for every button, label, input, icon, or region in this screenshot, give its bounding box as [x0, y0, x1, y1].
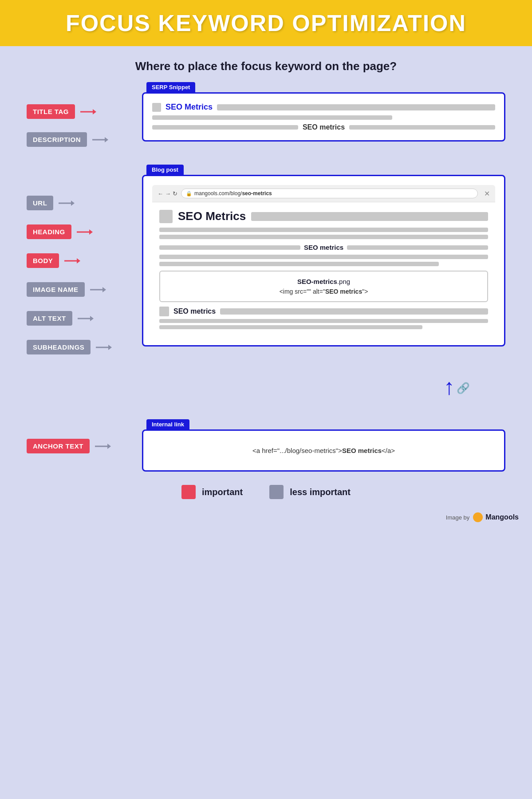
svg-marker-1 [93, 109, 96, 114]
serp-panel-box: SEO Metrics SEO metrics [142, 92, 505, 142]
back-icon[interactable]: ← [158, 190, 163, 197]
svg-marker-3 [105, 137, 108, 142]
description-arrow [92, 135, 108, 144]
footer-image-by: Image by [446, 514, 469, 521]
serp-desc-bar-left [152, 125, 298, 130]
internal-panel-wrapper: Internal link <a href=".../blog/seo-metr… [142, 419, 505, 472]
serp-favicon-icon [152, 103, 161, 112]
anchor-suffix: </a> [382, 447, 395, 454]
heading-arrow [77, 228, 93, 236]
sub-line-2 [159, 325, 422, 329]
body-bar-2 [159, 235, 488, 239]
anchor-text-row: ANCHOR TEXT [27, 439, 133, 453]
browser-url-bar[interactable]: 🔒 mangools.com/blog/seo-metrics [181, 189, 478, 198]
image-name-bold: SEO-metrics [297, 278, 337, 285]
svg-marker-15 [108, 345, 112, 350]
blog-heading-icon [159, 210, 173, 223]
blog-heading-text: SEO Metrics [178, 209, 246, 223]
url-arrow [59, 199, 75, 208]
browser-nav-buttons: ← → ↻ [158, 190, 177, 197]
mangools-brand-name: Mangools [485, 513, 519, 521]
image-name-text: SEO-metrics.png [169, 278, 478, 285]
legend-less-important: less important [269, 485, 351, 499]
svg-marker-5 [71, 201, 75, 206]
blog-content: SEO Metrics SEO metrics [152, 202, 495, 336]
serp-title-row: SEO Metrics [152, 102, 495, 112]
title-tag-arrow [80, 107, 96, 116]
subheadings-arrow [96, 343, 112, 352]
body-bars-2 [159, 255, 488, 266]
serp-panel-col: SERP Snippet SEO Metrics SEO metrics [142, 82, 505, 142]
blog-section: URL HEADING BODY [27, 165, 505, 354]
anchor-text-arrow [95, 442, 111, 451]
url-badge: URL [27, 196, 53, 210]
heading-row: HEADING [27, 224, 133, 239]
anchor-code-box: <a href=".../blog/seo-metrics">SEO metri… [152, 440, 495, 461]
url-prefix: mangools.com/blog/ [194, 190, 242, 197]
legend-gray-box [269, 485, 284, 499]
svg-marker-17 [107, 444, 111, 449]
internal-link-section: ANCHOR TEXT Internal link <a href=".../b… [27, 419, 505, 472]
serp-section: TITLE TAG DESCRIPTION SERP Snippet [27, 82, 505, 147]
internal-tab: Internal link [146, 419, 189, 429]
image-name-row: IMAGE NAME [27, 282, 133, 297]
link-indicator: ↑ 🔗 [27, 376, 505, 398]
anchor-bold-text: SEO metrics [342, 447, 382, 454]
serp-panel-wrapper: SERP Snippet SEO Metrics SEO metrics [142, 82, 505, 142]
alt-text-arrow [78, 314, 94, 323]
anchor-text-badge: ANCHOR TEXT [27, 439, 90, 453]
serp-title-bar [217, 104, 495, 110]
anchor-code-prefix: <a href=".../blog/seo-metrics"> [252, 447, 342, 454]
title-tag-badge: TITLE TAG [27, 104, 75, 119]
body-bar-3 [159, 255, 488, 259]
subheading-bar [220, 308, 488, 315]
subheadings-row: SUBHEADINGS [27, 340, 133, 354]
internal-labels: ANCHOR TEXT [27, 419, 133, 453]
up-arrow-link: ↑ 🔗 [444, 376, 470, 398]
blog-tab: Blog post [146, 165, 184, 175]
serp-title-text: SEO Metrics [166, 102, 213, 112]
alt-text-badge: ALT TEXT [27, 311, 72, 326]
refresh-icon[interactable]: ↻ [173, 190, 177, 197]
subheading-text: SEO metrics [173, 307, 216, 315]
serp-desc-row: SEO metrics [152, 123, 495, 131]
title-tag-row: TITLE TAG [27, 104, 133, 119]
blog-labels: URL HEADING BODY [27, 165, 133, 354]
subheading-icon [159, 307, 169, 316]
chain-link-icon: 🔗 [457, 382, 470, 394]
serp-desc-bar-right [349, 125, 495, 130]
description-badge: DESCRIPTION [27, 132, 87, 147]
svg-marker-13 [90, 316, 94, 321]
heading-badge: HEADING [27, 224, 71, 239]
image-name-badge: IMAGE NAME [27, 282, 85, 297]
forward-icon[interactable]: → [165, 190, 171, 197]
body-bars [159, 228, 488, 239]
internal-panel-box: <a href=".../blog/seo-metrics">SEO metri… [142, 429, 505, 472]
header-banner: FOCUS KEYWORD OPTIMIZATION [0, 0, 532, 46]
blog-panel-col: Blog post ← → ↻ 🔒 mangools.com/blog/seo-… [142, 165, 505, 346]
subheading-row: SEO metrics [159, 307, 488, 316]
blog-panel-wrapper: Blog post ← → ↻ 🔒 mangools.com/blog/seo-… [142, 165, 505, 346]
svg-marker-9 [77, 258, 80, 264]
serp-desc-text: SEO metrics [303, 123, 345, 131]
image-box: SEO-metrics.png <img src="" alt="SEO met… [159, 271, 488, 302]
lock-icon: 🔒 [186, 191, 192, 197]
body-arrow [64, 256, 80, 265]
blog-heading-row: SEO Metrics [159, 209, 488, 223]
mangools-logo: Mangools [473, 512, 519, 522]
alt-text-row: ALT TEXT [27, 311, 133, 326]
body-bar-1 [159, 228, 488, 232]
blog-heading-bar [251, 212, 488, 221]
browser-close-icon[interactable]: ✕ [484, 189, 490, 198]
alt-text-display: <img src="" alt="SEO metrics"> [169, 288, 478, 295]
serp-url-bar [152, 115, 392, 120]
browser-url-text: mangools.com/blog/seo-metrics [194, 190, 473, 197]
subheading-lines [159, 319, 488, 329]
internal-panel-col: Internal link <a href=".../blog/seo-metr… [142, 419, 505, 472]
legend-important: important [181, 485, 243, 499]
serp-tab: SERP Snippet [146, 82, 195, 92]
legend: important less important [0, 485, 532, 499]
description-row: DESCRIPTION [27, 132, 133, 147]
image-name-ext: .png [337, 278, 350, 285]
svg-marker-11 [102, 287, 106, 292]
